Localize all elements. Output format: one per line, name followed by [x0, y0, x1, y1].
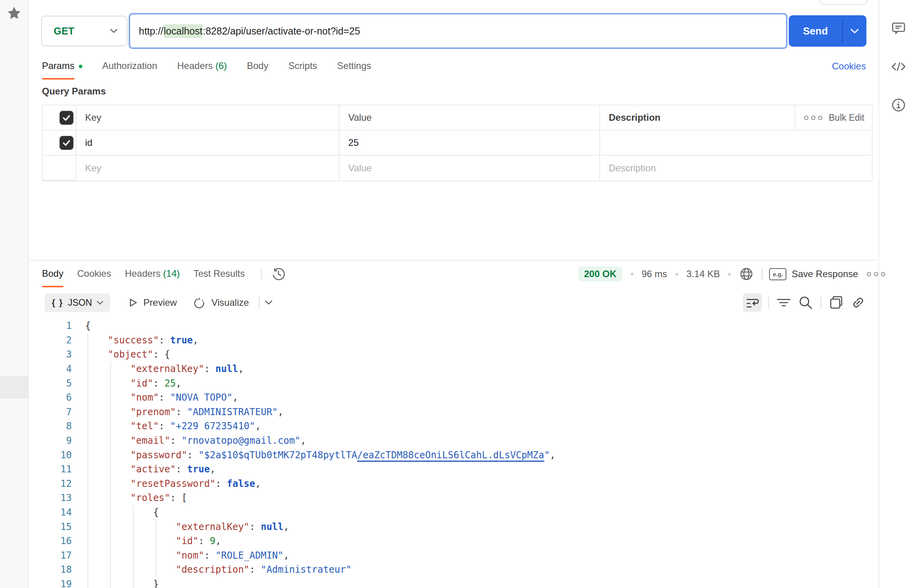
code-line: 5 "id": 25, [0, 376, 917, 390]
new-param-checkbox-cell [43, 156, 76, 181]
line-number: 4 [0, 363, 72, 374]
info-icon[interactable] [891, 97, 906, 113]
code-line-content: "id": 25, [85, 378, 182, 389]
param-value-field[interactable]: 25 [340, 131, 600, 156]
column-header-description: Description [600, 105, 795, 131]
param-description-field[interactable]: Description [600, 156, 872, 181]
response-tab-cookies[interactable]: Cookies [77, 267, 111, 280]
tab-body[interactable]: Body [247, 60, 269, 72]
tab-label: Headers (14) [125, 267, 180, 280]
param-key-field[interactable]: Key [76, 156, 340, 181]
code-line-content: "object": { [85, 349, 170, 360]
visualize-button[interactable]: Visualize [193, 296, 249, 309]
param-key-field[interactable]: id [76, 131, 340, 156]
code-line: 17 "nom": "ROLE_ADMIN", [0, 548, 917, 563]
tab-label: Settings [337, 60, 371, 72]
tab-settings[interactable]: Settings [337, 60, 371, 72]
line-number: 19 [0, 579, 72, 588]
cookies-link[interactable]: Cookies [832, 60, 866, 73]
tab-authorization[interactable]: Authorization [102, 60, 157, 72]
code-line-content: { [85, 507, 159, 518]
preview-button[interactable]: Preview [128, 297, 177, 308]
chevron-down-icon [110, 29, 117, 33]
response-tab-headers[interactable]: Headers (14) [125, 267, 180, 280]
request-response-divider [30, 260, 878, 261]
copy-icon[interactable] [828, 295, 844, 310]
line-number: 9 [0, 435, 72, 446]
code-line: 9 "email": "rnovatopo@gmail.com", [0, 434, 917, 448]
tab-label: Body [247, 60, 269, 72]
tab-label: Cookies [77, 267, 111, 280]
status-badge[interactable]: 200 OK [578, 267, 622, 281]
tab-headers[interactable]: Headers (6) [177, 60, 227, 72]
send-options-chevron-icon[interactable] [843, 29, 866, 33]
search-icon[interactable] [798, 295, 813, 310]
response-body-code[interactable]: 1{2 "success": true,3 "object": {4 "exte… [0, 319, 917, 588]
bulk-edit-label: Bulk Edit [829, 113, 864, 123]
indent-guide [133, 505, 134, 588]
preview-label: Preview [144, 297, 177, 308]
tab-label: Params [42, 60, 75, 72]
method-label: GET [54, 25, 75, 37]
url-suffix: :8282/api/user/activate-or-not?id=25 [203, 25, 360, 37]
line-number: 2 [0, 335, 72, 346]
param-value-field[interactable]: Value [340, 156, 600, 181]
response-tab-test-results[interactable]: Test Results [194, 267, 245, 280]
filter-icon[interactable] [776, 295, 791, 310]
code-line-content: "password": "$2a$10$qTUb0tMK72pT48pytlTA… [85, 450, 555, 461]
code-snippet-icon[interactable] [891, 59, 906, 74]
code-line: 19 } [0, 577, 917, 588]
line-number: 12 [0, 478, 72, 489]
code-line: 15 "externalKey": null, [0, 519, 917, 534]
code-line: 13 "roles": [ [0, 491, 917, 505]
network-globe-icon[interactable] [739, 267, 754, 281]
code-line: 3 "object": { [0, 347, 917, 362]
tab-label: Scripts [288, 60, 317, 72]
format-label: JSON [68, 298, 92, 308]
format-selector[interactable]: { } JSON [45, 293, 110, 312]
save-response-button[interactable]: Save Response [791, 269, 858, 279]
code-line: 10 "password": "$2a$10$qTUb0tMK72pT48pyt… [0, 448, 917, 462]
code-line-content: "externalKey": null, [85, 521, 289, 532]
tab-label: Authorization [102, 60, 157, 72]
response-tab-body[interactable]: Body [42, 267, 64, 280]
column-header-key: Key [76, 105, 340, 131]
code-line: 1{ [0, 319, 917, 333]
column-header-value: Value [340, 105, 600, 131]
line-number: 3 [0, 349, 72, 360]
example-badge-icon[interactable]: e.g. [769, 268, 786, 280]
wrap-text-icon [746, 296, 759, 309]
comments-icon[interactable] [891, 20, 906, 36]
tools-separator [768, 297, 769, 309]
code-line-content: "nom": "NOVA TOPO", [85, 392, 238, 403]
visualize-chevron-icon[interactable] [265, 301, 272, 305]
url-input[interactable]: http://localhost:8282/api/user/activate-… [129, 13, 788, 49]
status-separator [762, 268, 762, 280]
param-enabled-checkbox[interactable] [60, 136, 73, 150]
response-more-options-icon[interactable] [867, 272, 885, 276]
param-description-field[interactable] [600, 131, 872, 156]
tools-separator [821, 297, 821, 309]
response-body-toolbar: { } JSON Preview Visualize [45, 293, 272, 312]
code-line-content: "success": true, [85, 335, 198, 346]
send-button[interactable]: Send [789, 15, 866, 47]
favorite-star-icon[interactable] [6, 5, 22, 21]
tab-label: Headers (6) [177, 60, 227, 72]
select-all-checkbox-cell [43, 105, 76, 131]
response-time[interactable]: 96 ms [642, 269, 667, 279]
line-number: 1 [0, 320, 72, 331]
separator-dot [728, 273, 731, 276]
select-all-checkbox[interactable] [60, 111, 73, 125]
app-window: GET http://localhost:8282/api/user/activ… [0, 0, 917, 588]
bulk-edit-button[interactable]: Bulk Edit [804, 113, 864, 123]
wrap-text-button[interactable] [743, 293, 762, 312]
code-line: 12 "resetPassword": false, [0, 477, 917, 491]
response-size[interactable]: 3.14 KB [686, 269, 720, 279]
history-icon[interactable] [271, 267, 286, 281]
line-number: 7 [0, 407, 72, 417]
tab-params[interactable]: Params [42, 60, 82, 72]
separator-dot [631, 273, 633, 276]
method-selector[interactable]: GET [41, 16, 127, 46]
tab-scripts[interactable]: Scripts [288, 60, 317, 72]
link-icon[interactable] [850, 295, 866, 310]
